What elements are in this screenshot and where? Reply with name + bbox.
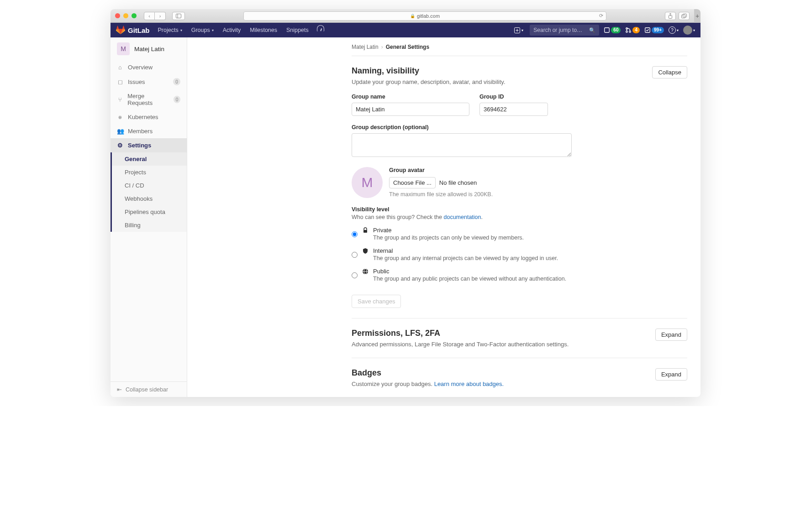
merge-icon	[625, 27, 632, 33]
gear-icon: ⚙	[117, 142, 123, 149]
visibility-option-internal[interactable]: Internal The group and any internal proj…	[352, 247, 687, 261]
sidebar-item-settings[interactable]: ⚙ Settings	[111, 138, 187, 152]
todos-counter[interactable]: 99+	[644, 27, 664, 33]
gitlab-logo[interactable]: GitLab	[116, 26, 150, 35]
chevron-down-icon: ▾	[521, 28, 523, 32]
sidebar-item-members[interactable]: 👥 Members	[111, 124, 187, 138]
max-size-hint: The maximum file size allowed is 200KB.	[389, 191, 493, 198]
group-id-input[interactable]	[479, 103, 548, 116]
nav-milestones[interactable]: Milestones	[246, 25, 281, 35]
sidebar-item-overview[interactable]: ⌂ Overview	[111, 60, 187, 74]
help-menu[interactable]: ? ▾	[669, 26, 679, 34]
svg-rect-0	[176, 14, 181, 18]
user-menu[interactable]: ▾	[683, 26, 695, 35]
issues-counter[interactable]: 60	[604, 27, 621, 33]
expand-button[interactable]: Expand	[655, 329, 687, 341]
svg-rect-13	[363, 230, 367, 233]
sidebar-subitem-pipelines-quota[interactable]: Pipelines quota	[112, 205, 187, 219]
radio-public[interactable]	[352, 269, 358, 282]
sidebar-toggle-button[interactable]	[172, 12, 185, 20]
section-title: Naming, visibility	[352, 66, 652, 76]
sidebar-item-merge-requests[interactable]: ⑂ Merge Requests 0	[111, 89, 187, 110]
section-subtitle: Customize your group badges. Learn more …	[352, 381, 655, 387]
visibility-option-public[interactable]: Public The group and any public projects…	[352, 268, 687, 282]
lock-icon: 🔒	[410, 14, 415, 18]
search-input[interactable]: Search or jump to… 🔍	[530, 25, 599, 36]
main-content: Matej Latin › General Settings Naming, v…	[187, 37, 700, 397]
expand-button[interactable]: Expand	[655, 368, 687, 381]
collapse-icon: ⇤	[117, 386, 122, 393]
performance-gauge-icon[interactable]	[317, 25, 324, 31]
sidebar-item-kubernetes[interactable]: ⎈ Kubernetes	[111, 110, 187, 124]
globe-icon	[362, 268, 369, 282]
svg-point-11	[629, 31, 631, 33]
choose-file-button[interactable]: Choose File ...	[389, 177, 436, 188]
section-subtitle: Update your group name, description, ava…	[352, 78, 652, 85]
help-icon: ?	[669, 26, 676, 34]
nav-snippets[interactable]: Snippets	[283, 25, 312, 35]
visibility-hint: Who can see this group? Check the docume…	[352, 214, 687, 220]
sidebar-subitem-webhooks[interactable]: Webhooks	[112, 192, 187, 205]
new-tab-button[interactable]: +	[694, 9, 700, 23]
merge-icon: ⑂	[117, 96, 123, 103]
sidebar-item-issues[interactable]: ◻ Issues 0	[111, 74, 187, 89]
visibility-option-private[interactable]: Private The group and its projects can o…	[352, 227, 687, 241]
sidebar-subitem-billing[interactable]: Billing	[112, 219, 187, 232]
sidebar-subitem-cicd[interactable]: CI / CD	[112, 179, 187, 192]
breadcrumb-current: General Settings	[386, 44, 429, 50]
sidebar-header[interactable]: M Matej Latin	[111, 37, 187, 60]
section-title: Badges	[352, 368, 655, 378]
shield-icon	[362, 248, 369, 261]
forward-button[interactable]: ›	[155, 12, 166, 20]
chevron-down-icon: ▾	[212, 28, 214, 32]
svg-rect-3	[682, 15, 685, 18]
learn-more-link[interactable]: Learn more about badges.	[434, 381, 504, 387]
url-host: gitlab.com	[417, 13, 440, 19]
group-description-textarea[interactable]	[352, 133, 572, 157]
nav-groups[interactable]: Groups▾	[188, 25, 217, 35]
create-new-button[interactable]: ▾	[512, 27, 525, 33]
radio-private[interactable]	[352, 228, 358, 241]
collapse-sidebar-button[interactable]: ⇤ Collapse sidebar	[111, 381, 187, 397]
reload-button[interactable]: ⟳	[599, 13, 603, 19]
breadcrumb: Matej Latin › General Settings	[352, 44, 687, 56]
merge-requests-counter[interactable]: 4	[625, 27, 640, 33]
group-avatar-label: Group avatar	[389, 167, 493, 173]
sidebar-subitem-projects[interactable]: Projects	[112, 166, 187, 179]
nav-activity[interactable]: Activity	[219, 25, 245, 35]
breadcrumb-root[interactable]: Matej Latin	[352, 44, 379, 50]
minimize-window-button[interactable]	[123, 13, 128, 18]
count-badge: 0	[174, 96, 180, 103]
address-bar[interactable]: 🔒 gitlab.com ⟳	[243, 11, 606, 21]
documentation-link[interactable]: documentation	[444, 214, 481, 220]
todo-icon	[644, 27, 651, 33]
browser-title-bar: ‹ › 🔒 gitlab.com ⟳	[111, 9, 694, 23]
traffic-lights	[115, 13, 137, 18]
close-window-button[interactable]	[115, 13, 120, 18]
avatar	[683, 26, 692, 35]
browser-window: ‹ › 🔒 gitlab.com ⟳ +	[111, 9, 700, 397]
kubernetes-icon: ⎈	[117, 114, 123, 120]
group-name-input[interactable]	[352, 103, 469, 116]
group-avatar-preview: M	[352, 167, 383, 198]
sidebar-subitem-general[interactable]: General	[112, 152, 187, 166]
section-title: Permissions, LFS, 2FA	[352, 329, 655, 338]
search-icon: 🔍	[589, 27, 595, 33]
save-changes-button[interactable]: Save changes	[352, 295, 401, 308]
group-description-label: Group description (optional)	[352, 124, 687, 130]
svg-rect-8	[605, 28, 610, 33]
share-button[interactable]	[665, 12, 676, 20]
collapse-button[interactable]: Collapse	[652, 66, 687, 78]
nav-buttons: ‹ ›	[144, 12, 166, 20]
svg-rect-4	[683, 14, 687, 17]
tanuki-icon	[116, 26, 125, 35]
radio-internal[interactable]	[352, 248, 358, 261]
tabs-button[interactable]	[679, 12, 690, 20]
group-avatar-small: M	[117, 42, 130, 55]
gitlab-top-nav: GitLab Projects▾ Groups▾ Activity Milest…	[111, 23, 700, 37]
section-naming-visibility: Naming, visibility Update your group nam…	[352, 56, 687, 318]
back-button[interactable]: ‹	[144, 12, 155, 20]
nav-projects[interactable]: Projects▾	[154, 25, 186, 35]
maximize-window-button[interactable]	[132, 13, 137, 18]
lock-icon	[362, 227, 369, 241]
